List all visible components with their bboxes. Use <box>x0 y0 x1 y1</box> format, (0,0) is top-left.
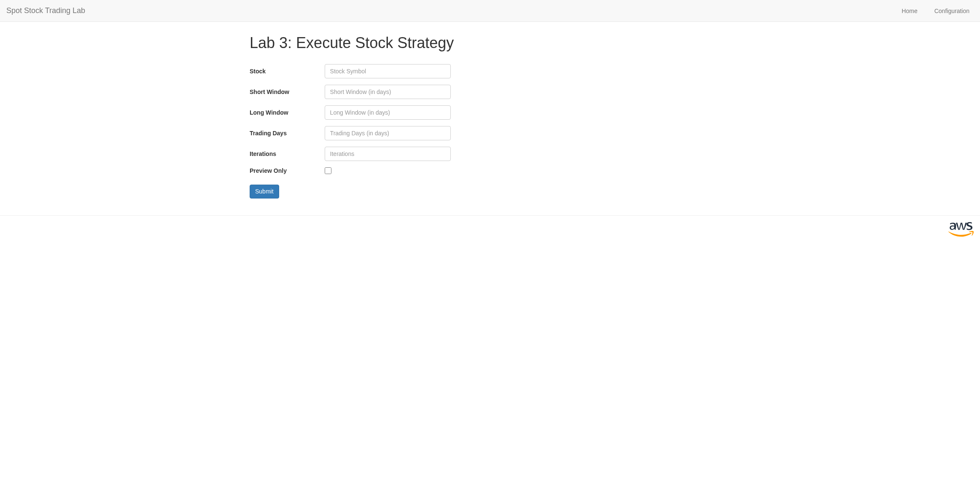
iterations-label: Iterations <box>250 150 325 157</box>
trading-days-label: Trading Days <box>250 130 325 137</box>
preview-only-checkbox[interactable] <box>325 167 331 174</box>
trading-days-input[interactable] <box>325 126 451 140</box>
strategy-form: Stock Short Window Long Window Trading D… <box>250 64 484 199</box>
navbar-brand[interactable]: Spot Stock Trading Lab <box>6 0 85 21</box>
form-group-trading-days: Trading Days <box>250 126 484 140</box>
stock-input[interactable] <box>325 64 451 78</box>
main-content: Lab 3: Execute Stock Strategy Stock Shor… <box>243 22 737 215</box>
iterations-input[interactable] <box>325 147 451 161</box>
preview-only-label: Preview Only <box>250 167 325 174</box>
page-title: Lab 3: Execute Stock Strategy <box>250 35 484 51</box>
footer <box>0 216 980 245</box>
long-window-input[interactable] <box>325 105 451 120</box>
form-group-short-window: Short Window <box>250 85 484 99</box>
form-group-stock: Stock <box>250 64 484 78</box>
nav-link-home[interactable]: Home <box>897 1 921 21</box>
stock-label: Stock <box>250 68 325 75</box>
form-group-long-window: Long Window <box>250 105 484 120</box>
form-group-preview-only: Preview Only <box>250 167 484 174</box>
short-window-input[interactable] <box>325 85 451 99</box>
navbar-nav: Home Configuration <box>889 1 974 21</box>
nav-link-configuration[interactable]: Configuration <box>930 1 974 21</box>
long-window-label: Long Window <box>250 109 325 116</box>
short-window-label: Short Window <box>250 89 325 95</box>
form-group-iterations: Iterations <box>250 147 484 161</box>
aws-logo-icon <box>948 222 974 239</box>
submit-button[interactable]: Submit <box>250 185 279 199</box>
navbar: Spot Stock Trading Lab Home Configuratio… <box>0 0 980 22</box>
